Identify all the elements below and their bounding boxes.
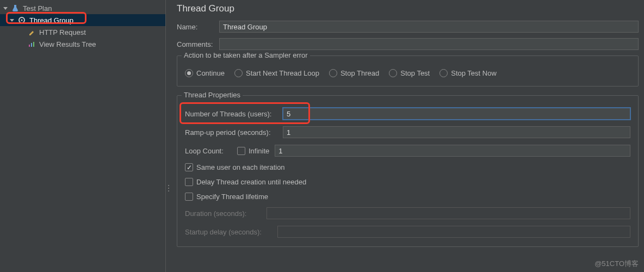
loop-count-input[interactable] [275,145,630,157]
radio-icon [389,69,397,77]
radio-icon [234,69,243,77]
num-threads-input[interactable] [283,108,630,120]
group-legend: Action to be taken after a Sampler error [182,51,310,59]
checkbox-icon [185,193,193,201]
splitter[interactable] [166,0,171,272]
duration-input [267,207,630,219]
gear-icon [17,16,26,24]
checkbox-icon [237,147,245,155]
svg-rect-4 [33,42,34,47]
radio-continue[interactable]: Continue [185,69,225,77]
thread-properties-group: Thread Properties Number of Threads (use… [177,95,639,247]
radio-label: Continue [196,69,225,77]
comments-input[interactable] [219,38,639,50]
svg-point-1 [21,20,23,21]
startup-delay-label: Startup delay (seconds): [185,228,272,236]
checkbox-label: Infinite [249,147,269,155]
svg-rect-2 [29,45,30,47]
num-threads-label: Number of Threads (users): [185,110,277,118]
checkbox-label: Same user on each iteration [196,163,285,171]
radio-stop-test-now[interactable]: Stop Test Now [439,69,497,77]
delay-creation-checkbox[interactable]: Delay Thread creation until needed [185,178,306,186]
tree-label: Test Plan [23,4,52,13]
loop-infinite-checkbox[interactable]: Infinite [237,147,269,155]
caret-down-icon [3,7,8,10]
tree-label: Thread Group [29,16,73,24]
same-user-checkbox[interactable]: Same user on each iteration [185,163,285,171]
sampler-error-group: Action to be taken after a Sampler error… [177,55,639,86]
tree-label: HTTP Request [39,28,86,36]
ramp-up-label: Ramp-up period (seconds): [185,128,277,137]
radio-label: Start Next Thread Loop [246,69,319,77]
name-label: Name: [177,23,215,31]
duration-label: Duration (seconds): [185,209,261,218]
checkbox-label: Specify Thread lifetime [196,193,268,201]
radio-label: Stop Test [400,69,430,77]
comments-label: Comments: [177,40,215,48]
radio-stop-test[interactable]: Stop Test [389,69,430,77]
loop-count-label: Loop Count: [185,147,232,155]
checkbox-icon [185,163,193,171]
tree-item-view-results-tree[interactable]: View Results Tree [0,38,165,50]
radio-stop-thread[interactable]: Stop Thread [329,69,379,77]
checkbox-label: Delay Thread creation until needed [196,178,306,186]
startup-delay-input [277,226,630,238]
tree-label: View Results Tree [39,40,96,48]
ramp-up-input[interactable] [283,126,630,138]
flask-icon [11,4,20,13]
group-legend: Thread Properties [182,91,243,99]
tree-item-http-request[interactable]: HTTP Request [0,26,165,38]
radio-icon [439,69,448,77]
radio-start-next[interactable]: Start Next Thread Loop [234,69,319,77]
chart-icon [27,40,36,48]
main-panel: Thread Group Name: Comments: Action to b… [171,0,644,272]
tree-panel: Test Plan Thread Group HTTP Request View… [0,0,166,272]
page-title: Thread Group [177,3,639,14]
checkbox-icon [185,178,193,186]
name-input[interactable] [219,21,639,33]
caret-down-icon [10,19,14,22]
watermark: @51CTO博客 [595,259,639,269]
tree-item-thread-group[interactable]: Thread Group [0,14,165,26]
dropper-icon [27,28,36,36]
radio-label: Stop Thread [340,69,379,77]
specify-lifetime-checkbox[interactable]: Specify Thread lifetime [185,193,268,201]
svg-rect-3 [31,43,32,47]
radio-icon [185,69,193,77]
tree-item-test-plan[interactable]: Test Plan [0,2,165,14]
radio-label: Stop Test Now [451,69,497,77]
radio-icon [329,69,337,77]
